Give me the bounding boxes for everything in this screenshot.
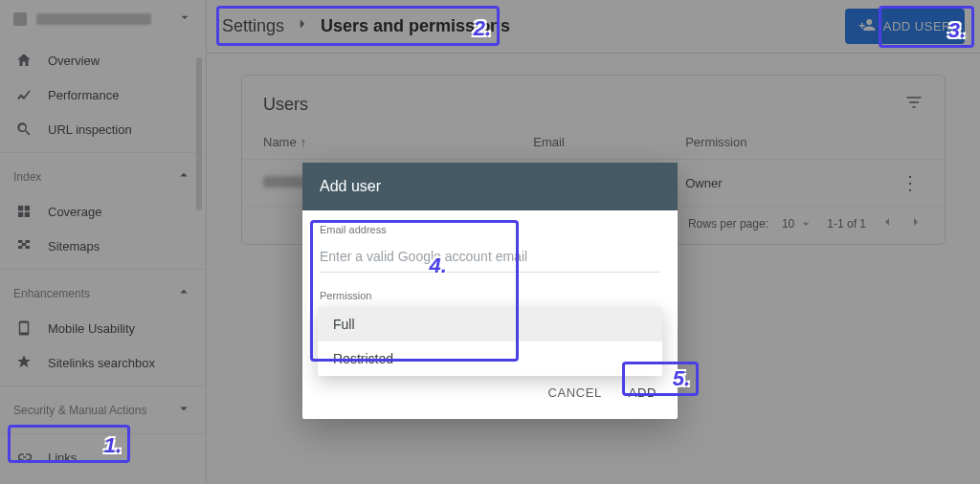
email-label: Email address	[320, 224, 660, 235]
permission-option-restricted[interactable]: Restricted	[318, 341, 662, 376]
email-field[interactable]	[320, 243, 660, 273]
cancel-button[interactable]: CANCEL	[538, 378, 611, 407]
permission-label: Permission	[320, 290, 660, 301]
permission-option-full[interactable]: Full	[318, 307, 662, 341]
modal-overlay[interactable]: Add user Email address Permission Full R…	[0, 0, 980, 484]
add-button[interactable]: ADD	[619, 378, 666, 407]
permission-dropdown: Full Restricted	[318, 307, 662, 376]
add-user-dialog: Add user Email address Permission Full R…	[302, 163, 678, 419]
dialog-title: Add user	[302, 163, 678, 210]
